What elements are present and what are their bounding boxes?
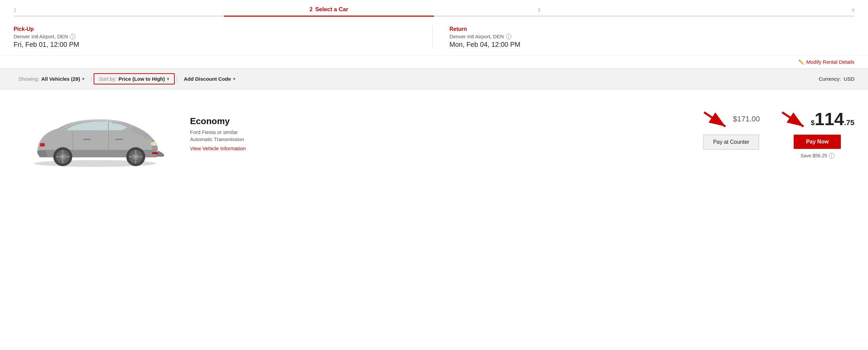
currency-value: USD [844,76,854,82]
return-title: Return [450,26,855,32]
car-info-section: Economy Ford Fiesta or similar Automatic… [176,116,682,152]
discounted-price-cents: .75 [844,119,854,127]
modify-rental-label: Modify Rental Details [806,59,854,65]
car-transmission: Automatic Transmission [190,136,682,142]
car-category: Economy [190,116,682,127]
sort-value: Price (Low to High) [118,76,165,82]
step-2-label: Select a Car [315,6,348,13]
discount-label: Add Discount Code [184,76,231,82]
return-info-icon[interactable]: i [506,34,511,39]
discounted-price-main: 114 [815,110,844,128]
filter-divider-2: | [176,75,178,82]
pickup-info-icon[interactable]: i [70,34,75,39]
svg-rect-23 [115,139,123,140]
pay-at-counter-button[interactable]: Pay at Counter [703,135,759,150]
filter-divider-1: | [91,75,92,82]
svg-line-25 [704,112,725,127]
step-4-number: 4 [852,7,854,13]
svg-rect-5 [40,143,45,147]
pickup-title: Pick-Up [14,26,419,32]
currency-label: Currency: [819,76,841,82]
svg-rect-22 [83,139,91,140]
sort-label: Sort by: [99,76,117,82]
car-svg [17,100,173,168]
return-datetime: Mon, Feb 04, 12:00 PM [450,41,855,48]
car-image [14,100,176,168]
view-vehicle-link[interactable]: View Vehicle Information [190,145,246,151]
showing-chevron-icon: ▾ [82,76,84,81]
discount-chevron-icon: ▾ [233,76,235,81]
step-3-number: 3 [538,7,541,13]
car-model: Ford Fiesta or similar [190,129,682,135]
showing-label: Showing: [18,76,39,82]
return-location: Denver Intl Airport, DEN [450,34,504,39]
svg-line-27 [782,112,804,127]
discount-code-filter[interactable]: Add Discount Code ▾ [179,74,240,84]
modify-rental-link[interactable]: ✏️ Modify Rental Details [798,59,854,65]
save-info-icon[interactable]: i [829,153,834,158]
arrow-right-icon [780,109,808,129]
pickup-location: Denver Intl Airport, DEN [14,34,68,39]
svg-rect-3 [152,152,158,154]
step-1-number: 1 [14,7,16,13]
original-price: $171.00 [733,115,760,123]
svg-point-13 [134,155,137,158]
pay-now-button[interactable]: Pay Now [794,135,841,149]
svg-point-9 [61,155,64,158]
showing-value: All Vehicles (29) [41,76,80,82]
step-2-number: 2 [309,6,313,13]
svg-point-4 [151,142,157,146]
sort-chevron-icon: ▾ [167,76,169,81]
currency-display: Currency: USD [819,76,854,82]
showing-filter[interactable]: Showing: All Vehicles (29) ▾ [14,74,89,84]
save-amount: Save $56.25 i [800,153,834,158]
discounted-price-dollar: $ [811,119,815,126]
active-progress-line [224,16,434,17]
sort-filter[interactable]: Sort by: Price (Low to High) ▾ [94,73,175,84]
pickup-datetime: Fri, Feb 01, 12:00 PM [14,41,419,48]
arrow-left-icon [702,109,730,129]
pencil-icon: ✏️ [798,59,804,65]
